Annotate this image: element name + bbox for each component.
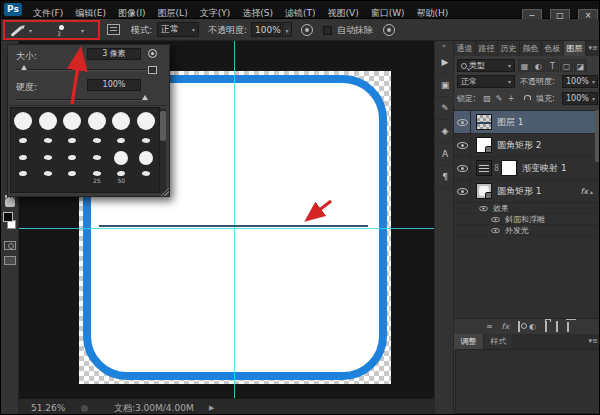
fill-value-well[interactable]: 100% ▾	[562, 92, 598, 105]
panel-tab-4[interactable]: 色板	[542, 41, 564, 56]
opacity-dropdown-arrow[interactable]: ▾	[282, 22, 292, 37]
delete-layer-icon[interactable]	[567, 320, 569, 334]
blend-mode-dropdown[interactable]: 正常 ▾	[457, 75, 515, 88]
brush-preset[interactable]	[11, 133, 36, 147]
status-menu-arrow-icon[interactable]: ▶	[209, 399, 214, 415]
layer-style-icon[interactable]: fx	[502, 320, 510, 334]
resize-grip[interactable]	[160, 187, 169, 196]
expand-panels-icon[interactable]: »	[435, 41, 453, 51]
brush-preset[interactable]	[36, 168, 61, 192]
horizontal-guide[interactable]	[19, 228, 434, 229]
layer-row[interactable]: 8渐变映射 1	[454, 157, 600, 180]
panel-tab-0[interactable]: 通道	[454, 41, 476, 56]
brush-preset[interactable]	[85, 133, 110, 147]
bottom-panel-tab-0[interactable]: 调整	[454, 334, 484, 349]
mode-dropdown[interactable]: 正常 ▾	[157, 22, 199, 37]
opacity-value-well[interactable]: 100%	[251, 22, 281, 37]
bottom-panel-tab-1[interactable]: 样式	[484, 334, 514, 349]
clone-source-panel-icon[interactable]: ▣	[435, 74, 455, 97]
brush-presets-panel-icon[interactable]: ◈	[435, 120, 455, 143]
brush-size-value[interactable]: 3 像素	[87, 48, 141, 60]
layer-row-body[interactable]: 图层 1	[471, 111, 600, 133]
layer-thumbnail[interactable]	[476, 114, 492, 130]
scrollbar[interactable]	[160, 109, 166, 193]
new-preset-icon[interactable]	[148, 66, 157, 74]
lock-position-icon[interactable]: +	[505, 92, 517, 105]
effect-row[interactable]: 斜面和浮雕	[454, 214, 600, 225]
hardness-value[interactable]: 100%	[87, 79, 141, 91]
panel-menu-icon[interactable]: ▾≡	[589, 334, 600, 349]
filter-smart-objects-icon[interactable]: ◪	[574, 59, 587, 72]
airbrush-icon[interactable]	[383, 24, 395, 36]
brush-preset[interactable]	[60, 133, 85, 147]
screen-mode-icon[interactable]	[4, 256, 16, 265]
brush-preset[interactable]	[134, 108, 159, 133]
layer-filter-dropdown[interactable]: 类型 ▾	[457, 59, 515, 72]
filter-shape-layers-icon[interactable]: ▢	[560, 59, 573, 72]
layer-visibility-toggle[interactable]	[454, 180, 471, 202]
hand-tool-icon[interactable]	[5, 198, 15, 207]
layer-visibility-toggle[interactable]	[454, 134, 471, 156]
new-group-icon[interactable]	[545, 320, 547, 334]
brush-preset[interactable]: 50	[109, 168, 134, 192]
filter-type-layers-icon[interactable]: T	[546, 59, 559, 72]
layer-visibility-toggle[interactable]	[454, 157, 471, 179]
brush-preset[interactable]	[11, 168, 36, 192]
actions-panel-icon[interactable]: ▶	[435, 51, 455, 74]
scrollbar-thumb[interactable]	[595, 110, 600, 162]
effects-header-row[interactable]: 效果	[454, 203, 600, 214]
filter-adjustment-layers-icon[interactable]: ◐	[532, 59, 545, 72]
filter-pixel-layers-icon[interactable]: ▦	[518, 59, 531, 72]
new-layer-icon[interactable]	[556, 320, 558, 334]
brush-preset[interactable]	[85, 108, 110, 133]
layers-opacity-well[interactable]: 100% ▾	[562, 75, 598, 88]
toggle-brush-panel-icon[interactable]	[107, 24, 120, 35]
panel-tab-5[interactable]: 图层	[564, 41, 586, 56]
zoom-level[interactable]: 51.26%	[31, 399, 65, 415]
new-adjustment-layer-icon[interactable]: ◐	[529, 320, 536, 334]
panel-tab-3[interactable]: 颜色	[520, 41, 542, 56]
brush-preset[interactable]	[134, 133, 159, 147]
lock-pixels-icon[interactable]: ✎	[493, 92, 505, 105]
brush-preset[interactable]	[134, 147, 159, 168]
gear-icon[interactable]	[148, 49, 157, 58]
brush-preset[interactable]	[36, 147, 61, 168]
panel-tab-1[interactable]: 路径	[476, 41, 498, 56]
brush-preset[interactable]	[109, 133, 134, 147]
layer-row[interactable]: 圆角矩形 1fx▴	[454, 180, 600, 203]
layer-row[interactable]: 圆角矩形 2	[454, 134, 600, 157]
foreground-color-swatch[interactable]	[3, 212, 13, 222]
brush-preset[interactable]	[60, 168, 85, 192]
layer-row[interactable]: 图层 1	[454, 111, 600, 134]
vertical-guide[interactable]	[234, 41, 235, 398]
link-layers-icon[interactable]: ∞	[486, 320, 493, 334]
character-panel-icon[interactable]: A	[435, 143, 455, 166]
quick-mask-icon[interactable]	[4, 241, 16, 250]
brush-preset[interactable]	[60, 108, 85, 133]
brush-preset[interactable]	[134, 168, 159, 192]
adjustment-layer-icon[interactable]	[476, 160, 492, 176]
lock-transparency-icon[interactable]: ▨	[481, 92, 493, 105]
brush-preset[interactable]: 25	[85, 168, 110, 192]
layer-mask-thumbnail[interactable]	[501, 160, 517, 176]
panel-tab-2[interactable]: 历史	[498, 41, 520, 56]
collapse-effects-icon[interactable]: ▴	[590, 188, 600, 195]
paragraph-panel-icon[interactable]: ¶	[435, 166, 455, 189]
layer-thumbnail[interactable]	[476, 137, 492, 153]
brush-preset[interactable]	[36, 108, 61, 133]
layer-thumbnail[interactable]	[476, 183, 492, 199]
brush-preset[interactable]	[109, 108, 134, 133]
layer-row-body[interactable]: 圆角矩形 1fx▴	[471, 180, 600, 202]
pressure-opacity-icon[interactable]	[301, 24, 313, 36]
hardness-slider-thumb[interactable]	[142, 95, 148, 100]
brush-preset[interactable]	[60, 147, 85, 168]
brush-preset[interactable]	[85, 147, 110, 168]
layer-row-body[interactable]: 圆角矩形 2	[471, 134, 600, 156]
add-layer-mask-icon[interactable]	[518, 320, 520, 334]
layer-visibility-toggle[interactable]	[454, 111, 471, 133]
auto-erase-checkbox[interactable]	[323, 26, 332, 35]
panel-menu-icon[interactable]: ▾≡	[589, 41, 600, 56]
brush-preset[interactable]	[36, 133, 61, 147]
scrollbar-thumb[interactable]	[160, 111, 166, 141]
brush-preset[interactable]	[109, 147, 134, 168]
